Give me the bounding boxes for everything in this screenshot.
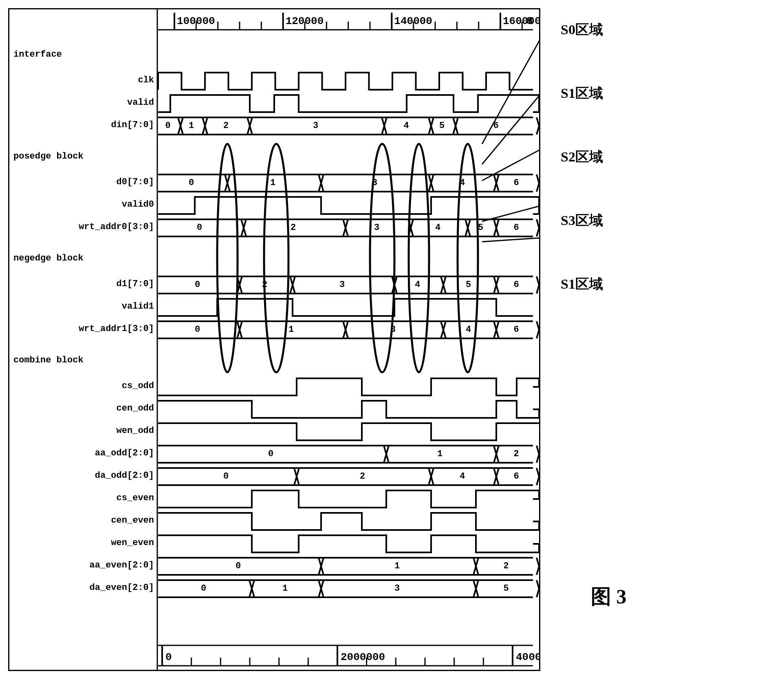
- region-callout: S1区域: [561, 275, 603, 294]
- signal-label: aa_odd[2:0]: [9, 449, 158, 458]
- bus-value: 2: [504, 562, 509, 571]
- signal-label: valid1: [9, 302, 158, 311]
- bus-value: 1: [270, 179, 275, 188]
- bus-value: 1: [189, 121, 194, 130]
- group-label: interface: [13, 50, 62, 59]
- bus-value: 2: [262, 280, 267, 289]
- bus-value: 6: [514, 325, 519, 334]
- region-callout: S0区域: [561, 20, 603, 39]
- bus-value: 6: [514, 223, 519, 232]
- signal-label: aa_even[2:0]: [9, 561, 158, 570]
- signal-label: wrt_addr1[3:0]: [9, 325, 158, 333]
- bus-value: 5: [466, 280, 471, 289]
- group-label: combine block: [13, 356, 84, 365]
- wave-canvas: 1000001200001400001600008020000004000000: [9, 9, 539, 670]
- bus-value: 4: [460, 472, 465, 481]
- bus-value: 6: [514, 472, 519, 481]
- bus-value: 3: [313, 121, 318, 130]
- group-label: posedge block: [13, 152, 84, 161]
- signal-label: clk: [9, 76, 158, 85]
- signal-label: cen_odd: [9, 404, 158, 413]
- bus-value: 5: [439, 121, 445, 130]
- bus-value: 0: [165, 121, 171, 130]
- signal-label: valid0: [9, 200, 158, 209]
- signal-label: wen_odd: [9, 426, 158, 435]
- signal-label: cs_odd: [9, 382, 158, 391]
- signal-label: da_odd[2:0]: [9, 471, 158, 480]
- bus-value: 1: [282, 584, 288, 593]
- bus-value: 5: [504, 584, 509, 593]
- group-label: negedge block: [13, 254, 84, 263]
- bus-value: 3: [372, 179, 377, 188]
- region-callout: S2区域: [561, 148, 603, 166]
- bus-value: 4: [435, 223, 440, 232]
- bus-value: 2: [291, 223, 296, 232]
- signal-label: din[7:0]: [9, 121, 158, 130]
- region-callout: S1区域: [561, 84, 603, 103]
- bus-value: 0: [268, 450, 273, 459]
- bus-value: 0: [189, 179, 194, 188]
- bus-value: 3: [339, 280, 345, 289]
- svg-text:8: 8: [526, 15, 533, 27]
- waveform-diagram: 1000001200001400001600008020000004000000…: [8, 8, 540, 671]
- bus-value: 2: [514, 450, 519, 459]
- bus-value: 0: [236, 562, 241, 571]
- signal-label: d0[7:0]: [9, 178, 158, 187]
- svg-text:160000: 160000: [503, 15, 539, 27]
- bus-value: 1: [394, 562, 400, 571]
- bus-value: 1: [288, 325, 294, 334]
- bus-value: 0: [197, 223, 202, 232]
- bus-value: 4: [404, 121, 409, 130]
- bus-value: 4: [460, 179, 465, 188]
- bus-value: 3: [394, 584, 400, 593]
- svg-line-155: [482, 238, 539, 242]
- bus-value: 0: [223, 472, 229, 481]
- bus-value: 0: [195, 325, 200, 334]
- bus-value: 1: [437, 450, 443, 459]
- signal-label: wrt_addr0[3:0]: [9, 223, 158, 232]
- svg-text:2000000: 2000000: [341, 651, 385, 663]
- svg-text:0: 0: [165, 651, 172, 663]
- bus-value: 3: [390, 325, 396, 334]
- bus-value: 0: [201, 584, 206, 593]
- bus-value: 6: [514, 179, 519, 188]
- bus-value: 5: [478, 223, 483, 232]
- callout-column: S0区域S1区域S2区域S3区域S1区域: [561, 8, 603, 338]
- figure-label: 图 3: [591, 583, 627, 610]
- bus-value: 4: [415, 280, 420, 289]
- signal-label: cen_even: [9, 516, 158, 525]
- bus-value: 3: [374, 223, 379, 232]
- bus-value: 0: [195, 280, 200, 289]
- bus-value: 2: [360, 472, 365, 481]
- signal-label: da_even[2:0]: [9, 583, 158, 592]
- signal-label: wen_even: [9, 539, 158, 548]
- svg-line-153: [482, 148, 539, 181]
- svg-text:4000000: 4000000: [516, 651, 539, 663]
- signal-label: valid: [9, 98, 158, 107]
- signal-label: d1[7:0]: [9, 280, 158, 289]
- bus-value: 2: [223, 121, 229, 130]
- bus-value: 6: [514, 280, 519, 289]
- bus-value: 6: [493, 121, 499, 130]
- region-callout: S3区域: [561, 211, 603, 230]
- bus-value: 4: [466, 325, 471, 334]
- signal-label: cs_even: [9, 494, 158, 503]
